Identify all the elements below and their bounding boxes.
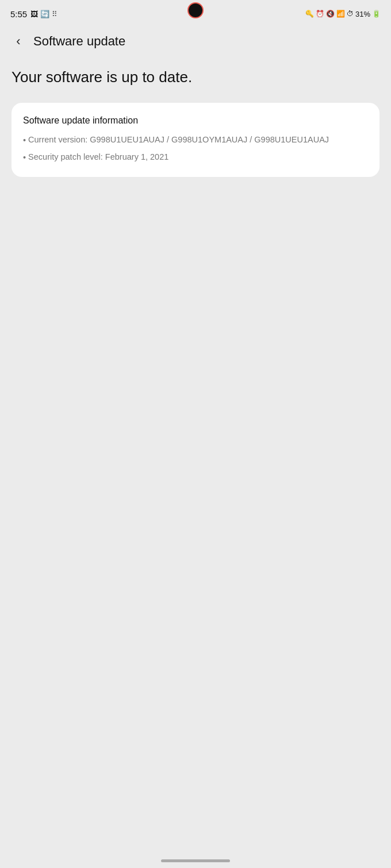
sync-icon: 🔄 [40, 10, 49, 18]
key-icon: 🔑 [305, 10, 314, 18]
camera-dot [187, 2, 204, 18]
bottom-handle [161, 859, 230, 862]
alarm-icon: ⏰ [316, 10, 324, 18]
page-title: Software update [33, 34, 125, 49]
wifi-icon: 📶 [336, 10, 345, 18]
grid-icon: ⠿ [52, 10, 57, 18]
back-button[interactable]: ‹ [8, 31, 29, 52]
status-time: 5:55 [10, 9, 27, 19]
version-text: Current version: G998U1UEU1AUAJ / G998U1… [28, 134, 329, 146]
status-right: 🔑 ⏰ 🔇 📶 ⏱ 31% 🔋 [305, 10, 381, 18]
mute-icon: 🔇 [326, 10, 335, 18]
back-arrow-icon: ‹ [16, 34, 20, 49]
info-card-item-version: • Current version: G998U1UEU1AUAJ / G998… [23, 134, 368, 147]
status-icons-left: 🖼 🔄 ⠿ [30, 10, 57, 18]
bullet-version: • [23, 134, 26, 147]
battery-percent: 31% [355, 10, 370, 18]
main-content: Your software is up to date. Software up… [0, 57, 391, 198]
image-icon: 🖼 [30, 10, 38, 18]
bullet-patch: • [23, 152, 26, 164]
up-to-date-heading: Your software is up to date. [12, 68, 379, 87]
patch-text: Security patch level: February 1, 2021 [28, 151, 168, 164]
status-left: 5:55 🖼 🔄 ⠿ [10, 9, 57, 19]
battery-icon: 🔋 [372, 10, 381, 18]
status-bar: 5:55 🖼 🔄 ⠿ 🔑 ⏰ 🔇 📶 ⏱ 31% 🔋 [0, 0, 391, 25]
info-card-title: Software update information [23, 115, 368, 126]
info-card: Software update information • Current ve… [12, 103, 379, 178]
toolbar: ‹ Software update [0, 25, 391, 57]
info-card-item-patch: • Security patch level: February 1, 2021 [23, 151, 368, 164]
timer-icon: ⏱ [347, 10, 354, 18]
